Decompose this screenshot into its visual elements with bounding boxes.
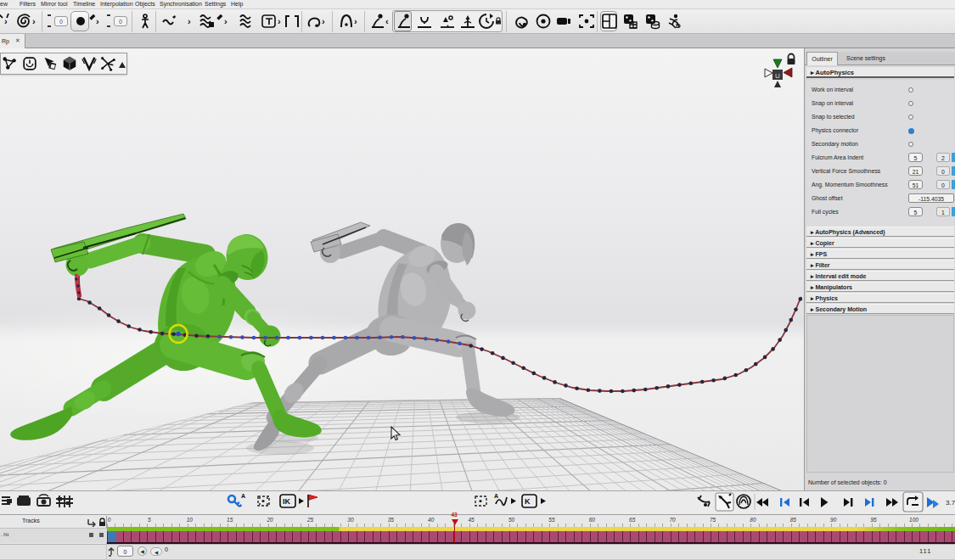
svg-text:3.7: 3.7 xyxy=(946,499,955,507)
svg-text:D: D xyxy=(676,22,681,30)
svg-text:A: A xyxy=(241,493,245,499)
svg-text:IK: IK xyxy=(283,497,291,506)
svg-text:A: A xyxy=(494,493,498,499)
svg-text:U: U xyxy=(775,72,780,80)
svg-text:K: K xyxy=(525,497,531,506)
